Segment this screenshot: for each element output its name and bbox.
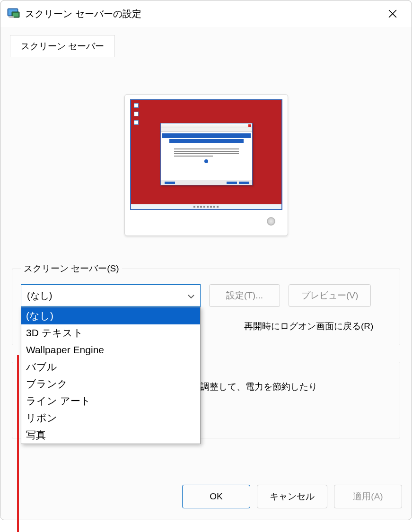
- option-line-art[interactable]: ライン アート: [21, 392, 200, 410]
- preview-window: [160, 123, 253, 185]
- tabs: スクリーン セーバー: [0, 27, 412, 57]
- desktop-icon: [134, 112, 139, 116]
- dialog-footer: OK キャンセル 適用(A): [0, 475, 412, 520]
- settings-button: 設定(T)...: [209, 284, 280, 307]
- screensaver-icon: [7, 8, 20, 19]
- cancel-button[interactable]: キャンセル: [257, 485, 327, 508]
- screensaver-settings-dialog: スクリーン セーバーの設定 スクリーン セーバー: [0, 0, 412, 520]
- power-icon: [267, 217, 275, 226]
- option-wallpaper-engine[interactable]: Wallpaper Engine: [21, 341, 200, 358]
- option-blank[interactable]: ブランク: [21, 375, 200, 392]
- preview-area: [5, 57, 407, 236]
- option-3d-text[interactable]: 3D テキスト: [21, 324, 200, 341]
- desktop-icon: [134, 120, 139, 125]
- apply-button: 適用(A): [334, 485, 402, 508]
- monitor-stand: [130, 210, 283, 233]
- close-button[interactable]: [381, 4, 404, 23]
- screensaver-group: スクリーン セーバー(S) (なし) (なし) 3D テキスト Wallpape…: [12, 262, 400, 345]
- tab-screensaver[interactable]: スクリーン セーバー: [10, 35, 115, 57]
- chevron-down-icon: [188, 290, 194, 301]
- tab-content: スクリーン セーバー(S) (なし) (なし) 3D テキスト Wallpape…: [0, 57, 412, 475]
- ok-button[interactable]: OK: [182, 485, 250, 508]
- screensaver-legend: スクリーン セーバー(S): [21, 262, 122, 275]
- screensaver-select[interactable]: (なし) (なし) 3D テキスト Wallpaper Engine バブル ブ…: [21, 284, 201, 307]
- option-photos[interactable]: 写真: [21, 427, 200, 444]
- desktop-icon: [134, 103, 139, 108]
- title-bar: スクリーン セーバーの設定: [0, 0, 412, 27]
- svg-point-4: [9, 16, 14, 18]
- screensaver-selected-value: (なし): [27, 289, 52, 302]
- resume-logon-label: 再開時にログオン画面に戻る(R): [244, 320, 373, 332]
- monitor-preview: [124, 94, 288, 236]
- preview-taskbar: [131, 204, 281, 209]
- window-title: スクリーン セーバーの設定: [25, 8, 381, 20]
- option-none[interactable]: (なし): [21, 307, 200, 324]
- option-ribbon[interactable]: リボン: [21, 410, 200, 427]
- screensaver-dropdown: (なし) 3D テキスト Wallpaper Engine バブル ブランク ラ…: [21, 307, 201, 444]
- screensaver-select-box[interactable]: (なし): [21, 284, 201, 307]
- option-bubbles[interactable]: バブル: [21, 358, 200, 375]
- close-icon: [388, 9, 397, 18]
- monitor-screen: [130, 99, 282, 210]
- svg-rect-3: [13, 13, 18, 17]
- preview-button: プレビュー(V): [289, 284, 371, 307]
